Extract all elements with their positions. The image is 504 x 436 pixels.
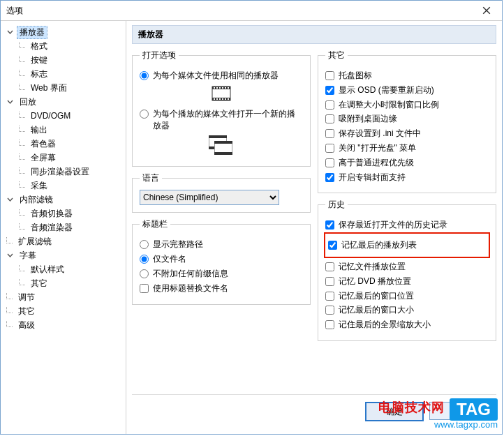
tree-item[interactable]: 音频渲染器	[2, 220, 124, 234]
nav-tree[interactable]: 播放器格式按键标志Web 界面回放DVD/OGM输出着色器全屏幕同步渲染器设置采…	[1, 21, 126, 434]
tree-branch-icon[interactable]	[19, 70, 25, 76]
history-legend: 历史	[325, 199, 348, 211]
save-ini-check[interactable]: 保存设置到 .ini 文件中	[325, 128, 489, 140]
ok-button[interactable]: 确定	[365, 402, 424, 421]
remember-winpos-check[interactable]: 记忆最后的窗口位置	[325, 290, 489, 302]
tree-item-label: 输出	[28, 124, 50, 136]
tree-branch-icon[interactable]	[19, 265, 25, 271]
open-same-player-radio[interactable]: 为每个媒体文件使用相同的播放器	[140, 70, 303, 82]
svg-rect-12	[222, 98, 223, 100]
tree-item-label: 同步渲染器设置	[28, 166, 92, 178]
svg-rect-16	[209, 135, 227, 138]
tree-item[interactable]: 高级	[2, 318, 124, 332]
svg-rect-13	[225, 98, 226, 100]
tree-item[interactable]: 扩展滤镜	[2, 234, 124, 248]
tree-item[interactable]: Web 界面	[2, 81, 124, 95]
chevron-down-icon[interactable]	[6, 196, 14, 204]
remember-dvdpos-check[interactable]: 记忆 DVD 播放位置	[325, 276, 489, 287]
svg-rect-11	[219, 98, 221, 100]
tb-fullpath-radio[interactable]: 显示完整路径	[140, 239, 303, 250]
film-stack-icon	[209, 135, 234, 156]
tree-item[interactable]: 内部滤镜	[2, 193, 124, 206]
tree-item-label: 格式	[28, 40, 50, 52]
tree-leaf-icon[interactable]	[6, 237, 13, 243]
tb-override-check[interactable]: 使用标题替换文件名	[140, 283, 303, 294]
tree-item-label: 全屏幕	[28, 152, 59, 164]
tree-item[interactable]: 调节	[2, 290, 124, 304]
tree-branch-icon[interactable]	[19, 56, 25, 62]
high-priority-check[interactable]: 高于普通进程优先级	[325, 157, 489, 169]
tree-item[interactable]: 着色器	[2, 137, 124, 151]
tree-leaf-icon[interactable]	[6, 307, 13, 313]
language-group: 语言 Chinese (Simplified)	[132, 172, 311, 213]
tree-item-label: 高级	[15, 320, 38, 331]
tree-branch-icon[interactable]	[19, 209, 25, 216]
tree-item[interactable]: 采集	[2, 179, 124, 193]
snap-edge-check[interactable]: 吸附到桌面边缘	[325, 113, 489, 125]
tray-icon-check[interactable]: 托盘图标	[325, 70, 489, 82]
tree-branch-icon[interactable]	[19, 84, 25, 90]
tree-item[interactable]: 同步渲染器设置	[2, 165, 124, 179]
remember-winsize-check[interactable]: 记忆最后的窗口大小	[325, 304, 489, 316]
tree-branch-icon[interactable]	[19, 223, 25, 230]
remember-zoom-check[interactable]: 记住最后的全景缩放大小	[325, 319, 489, 331]
tree-leaf-icon[interactable]	[6, 321, 13, 327]
tree-item[interactable]: 其它	[2, 276, 124, 290]
tree-branch-icon[interactable]	[19, 181, 25, 188]
titlebar-legend: 标题栏	[140, 218, 170, 230]
remember-history-check[interactable]: 保存最近打开文件的历史记录	[325, 219, 489, 231]
tb-noprefix-radio[interactable]: 不附加任何前缀信息	[140, 268, 303, 280]
remember-filepos-check[interactable]: 记忆文件播放位置	[325, 261, 489, 273]
tree-branch-icon[interactable]	[19, 167, 25, 174]
titlebar: 选项	[1, 1, 502, 21]
tree-item-label: 内部滤镜	[17, 194, 56, 206]
svg-rect-3	[214, 87, 215, 89]
tree-item[interactable]: 回放	[2, 95, 124, 109]
tree-item[interactable]: 输出	[2, 123, 124, 137]
svg-rect-9	[214, 98, 215, 100]
tree-item[interactable]: 全屏幕	[2, 151, 124, 165]
cover-art-check[interactable]: 开启专辑封面支持	[325, 172, 489, 183]
tree-item[interactable]: 播放器	[2, 25, 124, 39]
tree-item-label: 字幕	[17, 250, 39, 262]
svg-rect-10	[216, 98, 218, 100]
tree-item-label: 音频渲染器	[28, 222, 75, 234]
tree-item-label: 播放器	[17, 26, 47, 39]
tree-item[interactable]: 默认样式	[2, 262, 124, 276]
tree-item[interactable]: 其它	[2, 304, 124, 318]
tree-branch-icon[interactable]	[19, 112, 25, 118]
limit-ratio-check[interactable]: 在调整大小时限制窗口比例	[325, 99, 489, 111]
tree-branch-icon[interactable]	[19, 42, 25, 48]
show-osd-check[interactable]: 显示 OSD (需要重新启动)	[325, 84, 489, 96]
language-select[interactable]: Chinese (Simplified)	[140, 190, 279, 205]
tree-item-label: 其它	[15, 306, 38, 317]
tree-item-label: 调节	[15, 292, 38, 303]
tree-item-label: 采集	[28, 180, 50, 192]
tree-item-label: 标志	[28, 68, 50, 80]
film-single-icon	[212, 86, 231, 101]
svg-rect-7	[225, 87, 226, 89]
dialog-footer: 确定 取消	[132, 394, 496, 428]
tree-leaf-icon[interactable]	[6, 293, 13, 299]
tree-item[interactable]: 标志	[2, 67, 124, 81]
chevron-down-icon[interactable]	[6, 98, 14, 106]
svg-rect-19	[214, 141, 232, 144]
chevron-down-icon[interactable]	[6, 29, 14, 36]
tree-branch-icon[interactable]	[19, 126, 25, 132]
tree-item-label: Web 界面	[28, 82, 70, 94]
tree-item[interactable]: 按键	[2, 53, 124, 67]
tb-filename-radio[interactable]: 仅文件名	[140, 253, 303, 265]
chevron-down-icon[interactable]	[6, 252, 14, 260]
remember-playlist-check[interactable]: 记忆最后的播放列表	[328, 239, 486, 251]
tree-branch-icon[interactable]	[19, 153, 25, 160]
tree-item[interactable]: DVD/OGM	[2, 109, 124, 123]
tree-branch-icon[interactable]	[19, 279, 25, 285]
tree-branch-icon[interactable]	[19, 140, 25, 146]
tree-item[interactable]: 字幕	[2, 248, 124, 262]
tree-item[interactable]: 音频切换器	[2, 206, 124, 220]
close-button[interactable]	[471, 1, 502, 20]
close-disc-menu-check[interactable]: 关闭 "打开光盘" 菜单	[325, 142, 489, 154]
open-new-player-radio[interactable]: 为每个播放的媒体文件打开一个新的播放器	[140, 108, 303, 132]
tree-item[interactable]: 格式	[2, 39, 124, 53]
cancel-button[interactable]: 取消	[429, 402, 487, 420]
